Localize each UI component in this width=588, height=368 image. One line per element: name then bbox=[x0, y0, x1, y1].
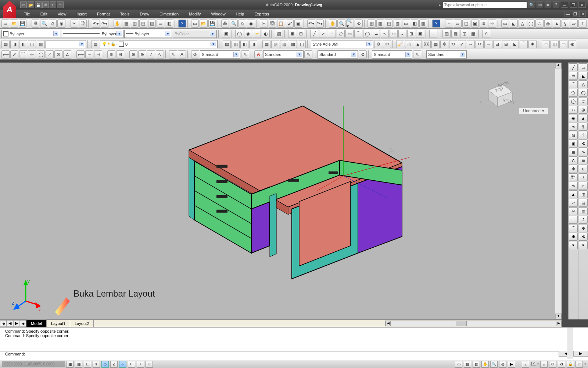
dim-space-icon[interactable]: ≡ bbox=[107, 50, 115, 59]
viewcube[interactable]: SE TOP RIGHT BACK Unnamed ▾ bbox=[477, 72, 548, 114]
pan-icon[interactable]: ✋ bbox=[114, 20, 121, 28]
planar-icon[interactable]: ▱ bbox=[570, 20, 578, 28]
menu-view[interactable]: View bbox=[53, 10, 72, 18]
dim-ord-icon[interactable]: ⊹ bbox=[28, 50, 36, 59]
redo-icon[interactable]: ↷▾ bbox=[101, 20, 108, 28]
point-icon[interactable]: · bbox=[429, 30, 437, 38]
copy-icon[interactable]: ⿻ bbox=[79, 20, 87, 28]
polygon-icon[interactable]: ⬠ bbox=[337, 30, 345, 38]
pal2-loft-icon[interactable]: ≋ bbox=[579, 156, 588, 164]
pal2-3drot-icon[interactable]: ⟲ bbox=[579, 233, 588, 241]
dim-dia-icon[interactable]: ⊘ bbox=[54, 50, 62, 59]
sb-zoom-icon[interactable]: 🔍 bbox=[490, 361, 498, 368]
sb-qview-icon[interactable]: ▦ bbox=[464, 361, 471, 368]
pal2-torus-icon[interactable]: ◎ bbox=[579, 106, 588, 114]
m-extend-icon[interactable]: → bbox=[484, 40, 492, 48]
linetype-control[interactable]: ByLayer▾ bbox=[61, 30, 123, 38]
sb-dyn-icon[interactable]: +_ bbox=[128, 361, 135, 368]
dimstyle-std3[interactable]: Standard▾ bbox=[318, 50, 358, 59]
cut-icon[interactable]: ✂ bbox=[71, 20, 78, 28]
m-break-icon[interactable]: ⊟ bbox=[493, 40, 501, 48]
comm-center-icon[interactable]: ✉ bbox=[537, 1, 543, 8]
sb-anim-icon[interactable]: ▶ bbox=[508, 361, 515, 368]
region2-icon[interactable]: ◫ bbox=[460, 30, 468, 38]
dimstyle-upd-icon[interactable]: ⚙ bbox=[383, 40, 391, 48]
qat-undo-icon[interactable]: ↶ bbox=[50, 1, 56, 8]
sb-annoauto-icon[interactable]: ⟳ bbox=[549, 361, 556, 368]
dimstyle-mgr-icon[interactable]: ⚙ bbox=[374, 40, 382, 48]
ucs1-icon[interactable]: ▱ bbox=[542, 40, 550, 48]
pal-table-icon[interactable]: ▦ bbox=[569, 148, 578, 156]
plot-preview-icon[interactable]: 🔍 bbox=[40, 20, 48, 28]
pal2-cyl-icon[interactable]: ⬭ bbox=[579, 97, 588, 105]
pal2-box-icon[interactable]: ▭ bbox=[579, 63, 588, 71]
pal2-wedge-icon[interactable]: ◣ bbox=[579, 72, 588, 80]
scroll-up-icon[interactable]: ▲ bbox=[555, 63, 562, 68]
tool-palette-icon[interactable]: ▥ bbox=[131, 20, 139, 28]
gradient-icon[interactable]: ▦ bbox=[451, 30, 459, 38]
save2-icon[interactable]: 💾 bbox=[208, 20, 216, 28]
open-icon[interactable]: 📂 bbox=[10, 20, 18, 28]
sb-clean-icon[interactable]: ▭ bbox=[576, 361, 583, 368]
zoom-prev-icon[interactable]: ⟲ bbox=[355, 20, 362, 28]
pline-icon[interactable]: ⌐ bbox=[328, 30, 336, 38]
qat-save-icon[interactable]: 💾 bbox=[35, 1, 42, 8]
zoom-rt-icon[interactable]: 🔍 bbox=[337, 20, 345, 28]
pal-extend-icon[interactable]: → bbox=[569, 216, 578, 224]
ellipse-icon[interactable]: ⬭ bbox=[390, 30, 398, 38]
cut2-icon[interactable]: ✂ bbox=[260, 20, 268, 28]
undo2-icon[interactable]: ↶▾ bbox=[307, 20, 315, 28]
vp-icon[interactable]: ▭ bbox=[559, 40, 567, 48]
layer-t8-icon[interactable]: ▩ bbox=[289, 40, 297, 48]
m-array-icon[interactable]: ▦ bbox=[431, 40, 440, 48]
tab-last-icon[interactable]: ⏭ bbox=[20, 320, 26, 327]
m-scale-icon[interactable]: ⤢ bbox=[458, 40, 466, 48]
favorites-icon[interactable]: ★ bbox=[545, 1, 551, 8]
textstyle1-mgr-icon[interactable]: ✎ bbox=[241, 50, 249, 59]
mdi-restore-icon[interactable]: ❐ bbox=[572, 11, 578, 17]
menu-help[interactable]: Help bbox=[231, 10, 250, 18]
copy2-icon[interactable]: ⿻ bbox=[269, 20, 276, 28]
pal2-int-icon[interactable]: ∩ bbox=[579, 182, 588, 190]
sb-scale-label[interactable]: 1:1 bbox=[531, 362, 536, 366]
pal-scale-icon[interactable]: ⤢ bbox=[569, 199, 578, 207]
pal2-3dmove-icon[interactable]: ✥ bbox=[579, 224, 588, 232]
hatch2-icon[interactable]: ▨ bbox=[442, 30, 451, 38]
sheet-set-icon[interactable]: ▤ bbox=[139, 20, 147, 28]
make2-icon[interactable]: ▣ bbox=[416, 30, 424, 38]
pal-text-icon[interactable]: A bbox=[569, 156, 578, 164]
list-icon[interactable]: ≡ bbox=[480, 20, 487, 28]
tab-prev-icon[interactable]: ◀ bbox=[7, 320, 13, 327]
circle-icon[interactable]: ◯ bbox=[235, 30, 243, 38]
hscroll-left-icon[interactable]: ◀ bbox=[386, 321, 391, 326]
tab-layout1[interactable]: Layout1 bbox=[47, 320, 70, 327]
ss2-icon[interactable]: ▤ bbox=[385, 20, 392, 28]
dim-cont-icon[interactable]: ⊣ bbox=[94, 50, 102, 59]
infocenter-search-input[interactable] bbox=[442, 1, 527, 8]
sb-otrack-icon[interactable]: ∠ bbox=[110, 361, 118, 368]
ws-icon[interactable]: ▦ bbox=[122, 20, 130, 28]
sb-ducs-icon[interactable]: ⊹ bbox=[119, 361, 126, 368]
dim-center-icon[interactable]: ⊕ bbox=[138, 50, 146, 59]
help-icon[interactable]: ? bbox=[553, 1, 559, 8]
pal-hatch-icon[interactable]: ▨ bbox=[569, 131, 578, 139]
pal-ellipse-icon[interactable]: ⬭ bbox=[569, 106, 578, 114]
lineweight-control[interactable]: ByLayer▾ bbox=[124, 30, 172, 38]
vertical-scrollbar[interactable]: ▲ ▼ bbox=[555, 63, 562, 319]
layer-t3-icon[interactable]: ◧ bbox=[240, 40, 248, 48]
command-window[interactable]: Command: Specify opposite corner: Comman… bbox=[0, 327, 588, 360]
sun-icon[interactable]: ☀ bbox=[253, 30, 261, 38]
dim-arc-icon[interactable]: ⌒ bbox=[19, 50, 27, 59]
layer-t6-icon[interactable]: ▧ bbox=[271, 40, 279, 48]
dim-rad-icon[interactable]: ◯ bbox=[37, 50, 45, 59]
menu-file[interactable]: File bbox=[18, 10, 35, 18]
dim-break-icon[interactable]: ⊟ bbox=[116, 50, 124, 59]
window-close-icon[interactable]: ✕ bbox=[578, 2, 586, 8]
region-icon[interactable]: ◫ bbox=[462, 20, 470, 28]
menu-modify[interactable]: Modify bbox=[184, 10, 206, 18]
tab-next-icon[interactable]: ▶ bbox=[13, 320, 20, 327]
make-block-icon[interactable]: ▣ bbox=[288, 30, 296, 38]
sphere-icon[interactable]: ◯ bbox=[527, 20, 535, 28]
textstyle2-mgr-icon[interactable]: ✎ bbox=[304, 50, 312, 59]
publish-icon[interactable]: ⎙ bbox=[49, 20, 57, 28]
